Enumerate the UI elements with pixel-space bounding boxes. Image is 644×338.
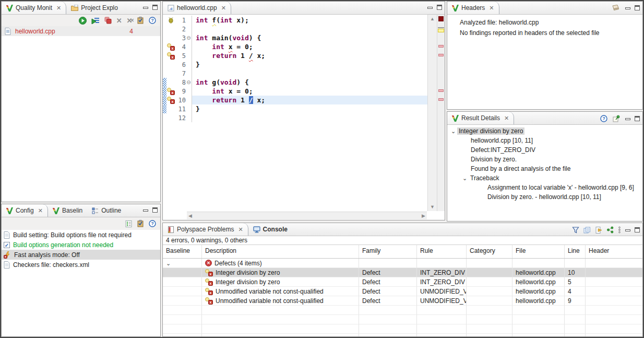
close-icon[interactable]: ✕	[504, 115, 509, 122]
analyzed-file-row[interactable]: helloworld.cpp 4	[2, 26, 160, 36]
maximize-icon[interactable]	[635, 5, 640, 10]
code-text[interactable]	[192, 25, 427, 33]
minimize-icon[interactable]	[143, 7, 148, 9]
remove-all-results-icon[interactable]: ✕✕	[127, 17, 132, 25]
code-text[interactable]: return 1 / x;	[192, 96, 427, 104]
tab-editor-helloworld[interactable]: .c helloworld.cpp ✕	[163, 2, 231, 14]
minimize-icon[interactable]	[427, 7, 433, 9]
filter-icon[interactable]	[572, 227, 579, 234]
defect-marker-icon[interactable]: x	[167, 97, 175, 104]
problems-row[interactable]: xInteger division by zeroDefectINT_ZERO_…	[163, 268, 642, 277]
ruler-defect-marker[interactable]	[438, 89, 444, 92]
copy-icon[interactable]	[583, 227, 591, 234]
run-configuration-icon[interactable]	[91, 17, 100, 24]
fold-collapse-icon[interactable]: ⊖	[186, 80, 192, 85]
maximize-icon[interactable]	[635, 116, 640, 121]
configure-project-icon[interactable]	[137, 220, 144, 227]
close-icon[interactable]: ✕	[56, 5, 61, 11]
defect-marker-icon[interactable]: x	[205, 278, 213, 286]
minimize-icon[interactable]	[625, 229, 630, 231]
result-details-row[interactable]: Assignment to local variable 'x' - hello…	[447, 183, 642, 192]
group-by-icon[interactable]	[606, 226, 614, 234]
result-details-row[interactable]: Division by zero. - helloworld.cpp [10, …	[447, 192, 642, 202]
annotate-icon[interactable]	[613, 115, 620, 122]
overview-selection-marker[interactable]	[438, 29, 444, 32]
maximize-icon[interactable]	[152, 207, 158, 213]
close-icon[interactable]: ✕	[38, 207, 43, 214]
tab-quality-monitoring[interactable]: Quality Monit ✕	[2, 2, 66, 14]
ruler-defect-marker[interactable]	[438, 98, 444, 101]
export-icon[interactable]	[595, 227, 602, 234]
minimize-icon[interactable]	[143, 209, 148, 212]
remove-result-icon[interactable]: ✕	[116, 17, 122, 25]
tab-polyspace-problems[interactable]: Polyspace Problems ✕	[163, 223, 248, 236]
code-text[interactable]: int x = 0;	[192, 42, 427, 51]
code-text[interactable]: return 1 / x;	[192, 51, 427, 60]
column-header-baseline[interactable]: Baseline	[163, 245, 202, 258]
config-item[interactable]: Build setting: Build options file not re…	[2, 230, 160, 240]
stop-icon[interactable]	[104, 17, 112, 24]
tab-console[interactable]: Console	[248, 223, 292, 236]
result-details-row[interactable]: ⌄Integer division by zero	[447, 126, 642, 136]
defect-gutter-icon[interactable]: x	[166, 52, 175, 60]
defect-marker-icon[interactable]: x	[205, 269, 213, 276]
overview-error-marker[interactable]	[438, 16, 444, 21]
defect-marker-icon[interactable]: x	[205, 288, 213, 295]
defect-marker-icon[interactable]: x	[167, 52, 175, 60]
result-details-row[interactable]: Found by a direct analysis of the file	[447, 164, 642, 173]
checkbox-checked-icon[interactable]: ✓	[4, 242, 10, 248]
chevron-down-icon[interactable]: ⌄	[166, 260, 171, 266]
maximize-icon[interactable]	[437, 5, 442, 10]
close-icon[interactable]: ✕	[238, 226, 243, 233]
config-item[interactable]: ✓Build options generation not needed	[2, 240, 160, 250]
chevron-down-icon[interactable]: ⌄	[461, 175, 469, 181]
help-icon[interactable]: ?	[149, 17, 156, 24]
configure-project-icon[interactable]	[137, 17, 144, 24]
minimize-icon[interactable]	[625, 7, 630, 9]
result-details-row[interactable]: Defect:INT_ZERO_DIV	[447, 145, 642, 155]
code-text[interactable]: int x = 0;	[192, 87, 427, 96]
code-text[interactable]: }	[192, 60, 427, 69]
code-text[interactable]: int g(void) {	[192, 78, 427, 87]
scroll-up-icon[interactable]: ▲	[428, 15, 437, 22]
defect-gutter-icon[interactable]: x	[166, 97, 175, 104]
column-header-category[interactable]: Category	[467, 245, 512, 258]
tab-config[interactable]: Config ✕	[2, 204, 48, 217]
close-icon[interactable]: ✕	[221, 5, 226, 11]
scroll-down-icon[interactable]: ▼	[428, 203, 437, 211]
tab-outline[interactable]: Outline	[87, 204, 126, 217]
vertical-scrollbar[interactable]: ▲ ▼	[427, 15, 437, 211]
defect-gutter-icon[interactable]: x	[166, 43, 175, 51]
column-header-line[interactable]: Line	[565, 245, 586, 258]
column-header-header[interactable]: Header	[586, 245, 642, 258]
defect-marker-icon[interactable]: x	[167, 43, 175, 51]
tab-result-details[interactable]: Result Details ✕	[447, 112, 514, 124]
horizontal-scrollbar[interactable]: ◀ ▶	[187, 212, 427, 219]
ruler-defect-marker[interactable]	[438, 45, 444, 48]
close-icon[interactable]: ✕	[489, 5, 494, 11]
problems-row[interactable]: xUnmodified variable not const-qualified…	[163, 296, 642, 306]
code-text[interactable]	[192, 69, 427, 78]
column-header-file[interactable]: File	[512, 245, 565, 258]
result-details-row[interactable]: ⌄Traceback	[447, 173, 642, 183]
ruler-defect-marker[interactable]	[438, 54, 444, 56]
config-item[interactable]: xFast analysis mode: Off	[2, 250, 160, 260]
overview-ruler[interactable]	[437, 15, 445, 211]
problems-group-row[interactable]: ⌄✕Defects (4 items)	[163, 259, 642, 268]
help-icon[interactable]: ?	[149, 220, 156, 227]
column-header-rule[interactable]: Rule	[417, 245, 467, 258]
defect-marker-icon[interactable]: x	[205, 297, 213, 305]
code-text[interactable]: }	[192, 104, 427, 113]
chevron-down-icon[interactable]: ⌄	[449, 128, 457, 134]
checkers-selection-icon[interactable]	[125, 220, 132, 227]
fold-collapse-icon[interactable]: ⊖	[186, 36, 192, 41]
maximize-icon[interactable]	[152, 5, 158, 10]
scroll-left-icon[interactable]: ◀	[188, 213, 192, 218]
code-area[interactable]: 1int f(int x);23⊖int main(void) {x4 int …	[163, 15, 427, 211]
tab-project-explorer[interactable]: Project Explo	[66, 2, 123, 14]
problems-row[interactable]: xInteger division by zeroDefectINT_ZERO_…	[163, 277, 642, 287]
defect-marker-icon[interactable]: x	[167, 88, 175, 95]
code-text[interactable]	[192, 113, 427, 122]
help-icon[interactable]: ?	[600, 115, 607, 122]
minimize-icon[interactable]	[625, 118, 630, 120]
